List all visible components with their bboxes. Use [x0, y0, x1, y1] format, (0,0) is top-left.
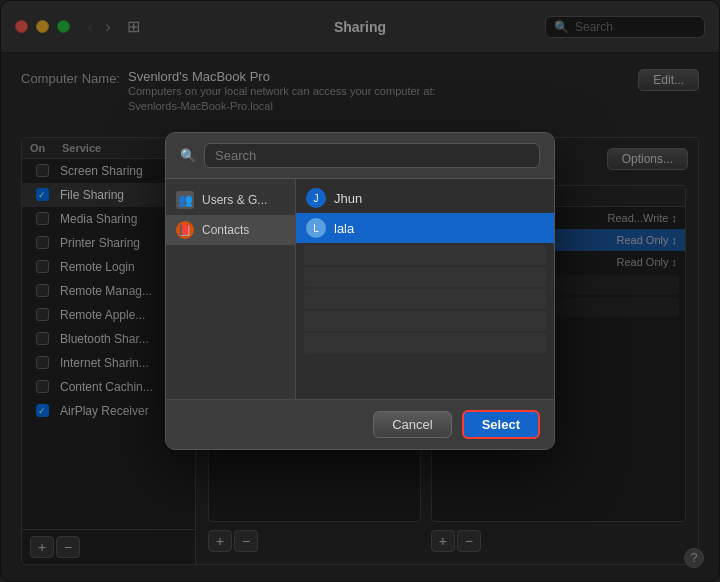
modal-search-input[interactable]: [204, 143, 540, 168]
main-window: ‹ › ⊞ Sharing 🔍 Computer Name: Svenlord'…: [0, 0, 720, 582]
modal-sidebar: 👥 Users & G... 📕 Contacts: [166, 179, 296, 399]
modal-footer: Cancel Select: [166, 399, 554, 449]
modal-list-empty-2: [304, 267, 546, 287]
contacts-icon: 📕: [176, 221, 194, 239]
modal-list-label-jhun: Jhun: [334, 191, 362, 206]
modal-search-icon: 🔍: [180, 148, 196, 163]
modal-list-empty-4: [304, 311, 546, 331]
cancel-button[interactable]: Cancel: [373, 411, 451, 438]
modal-list: J Jhun L lala: [296, 179, 554, 399]
modal-body: 👥 Users & G... 📕 Contacts J Jhun: [166, 179, 554, 399]
jhun-avatar: J: [306, 188, 326, 208]
modal-list-empty-5: [304, 333, 546, 353]
select-button[interactable]: Select: [462, 410, 540, 439]
modal-sidebar-contacts-label: Contacts: [202, 223, 249, 237]
modal-search-bar: 🔍: [166, 133, 554, 179]
modal-sidebar-users-label: Users & G...: [202, 193, 267, 207]
modal-list-item-lala[interactable]: L lala: [296, 213, 554, 243]
modal-dialog: 🔍 👥 Users & G... 📕 Contacts: [165, 132, 555, 450]
users-group-icon: 👥: [176, 191, 194, 209]
lala-avatar: L: [306, 218, 326, 238]
modal-overlay: 🔍 👥 Users & G... 📕 Contacts: [0, 0, 720, 582]
modal-sidebar-users[interactable]: 👥 Users & G...: [166, 185, 295, 215]
modal-list-label-lala: lala: [334, 221, 354, 236]
modal-list-empty-3: [304, 289, 546, 309]
modal-list-item-jhun[interactable]: J Jhun: [296, 183, 554, 213]
modal-list-empty-1: [304, 245, 546, 265]
modal-sidebar-contacts[interactable]: 📕 Contacts: [166, 215, 295, 245]
